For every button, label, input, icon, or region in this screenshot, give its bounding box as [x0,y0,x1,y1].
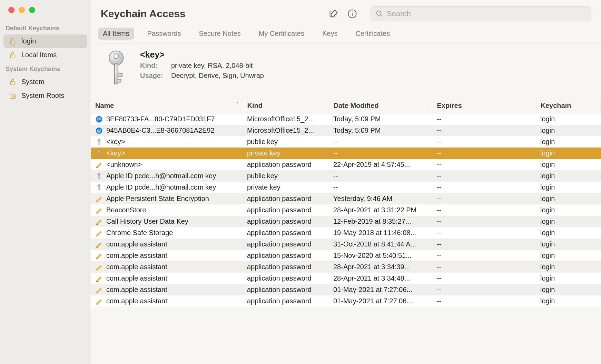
svg-rect-34 [99,175,99,179]
svg-point-70 [97,304,97,304]
svg-rect-14 [118,79,121,82]
cell-kind: public key [243,136,329,148]
cell-name: <key> [106,138,125,146]
sidebar-item-login[interactable]: login [3,34,87,48]
svg-point-65 [98,281,98,281]
sidebar-item-label: Local Items [21,51,57,59]
table-row[interactable]: <unknown>application password22-Apr-2019… [91,159,601,170]
table-row[interactable]: com.apple.assistantapplication password2… [91,261,601,273]
svg-rect-12 [115,64,118,84]
table-row[interactable]: com.apple.assistantapplication password3… [91,239,601,250]
svg-point-11 [114,54,119,59]
table-row[interactable]: Chrome Safe Storageapplication password1… [91,227,601,239]
table-row[interactable]: @3EF80733-FA...80-C79D1FD031F7MicrosoftO… [91,113,601,125]
svg-rect-40 [99,188,100,189]
table-row[interactable]: @945AB0E4-C3...E8-3667081A2E92MicrosoftO… [91,125,601,136]
cell-kind: MicrosoftOffice15_2... [243,113,329,125]
cell-date: 22-Apr-2019 at 4:57:45... [329,159,433,170]
table-row[interactable]: com.apple.assistantapplication password0… [91,284,601,295]
cell-kind: MicrosoftOffice15_2... [243,125,329,136]
column-header-keychain[interactable]: Keychain [536,98,601,113]
table-row[interactable]: com.apple.assistantapplication password0… [91,295,601,307]
search-icon [376,10,383,18]
minimize-button[interactable] [19,7,25,13]
cell-keychain: login [536,125,601,136]
cell-keychain: login [536,250,601,261]
key-icon [95,184,103,191]
table-row[interactable]: Apple ID pcde...h@hotmail.com keypublic … [91,170,601,182]
detail-kind-value: private key, RSA, 2,048-bit [171,62,253,70]
sidebar-item-system[interactable]: System [3,75,87,89]
cell-expires: -- [433,261,536,273]
sidebar-item-local-items[interactable]: Local Items [3,48,87,62]
unlock-icon [8,51,17,59]
cell-expires: -- [433,113,536,125]
cell-keychain: login [536,227,601,239]
detail-usage-value: Decrypt, Derive, Sign, Unwrap [171,72,264,80]
column-header-name[interactable]: Name ˄ [91,98,243,113]
cell-date: 15-Nov-2020 at 5:40:51... [329,250,433,261]
cell-expires: -- [433,216,536,227]
zoom-button[interactable] [29,7,35,13]
cell-name: Apple Persistent State Encryption [106,195,209,203]
compose-button[interactable] [327,7,340,20]
svg-point-31 [98,167,98,168]
filter-tab-my-certificates[interactable]: My Certificates [254,28,309,40]
table-row[interactable]: <key>private key----login [91,148,601,159]
table-row[interactable]: BeaconStoreapplication password28-Apr-20… [91,204,601,216]
svg-point-53 [98,235,98,236]
filter-tab-secure-notes[interactable]: Secure Notes [194,28,246,40]
svg-rect-39 [99,187,99,190]
table-row[interactable]: Apple ID pcde...h@hotmail.com keyprivate… [91,182,601,193]
cell-kind: application password [243,295,329,307]
cell-expires: -- [433,182,536,193]
cell-keychain: login [536,239,601,250]
cell-name: <unknown> [106,161,142,169]
cell-date: 01-May-2021 at 7:27:06... [329,295,433,307]
svg-rect-41 [99,189,100,190]
svg-point-57 [97,258,97,259]
table-row[interactable]: com.apple.assistantapplication password2… [91,273,601,284]
detail-panel: <key> Kind: private key, RSA, 2,048-bit … [91,43,601,98]
svg-point-58 [97,258,97,259]
items-table: Name ˄ Kind Date Modified Expires Keycha… [91,98,601,307]
table-row[interactable]: <key>public key----login [91,136,601,148]
window-title: Keychain Access [101,8,186,20]
filter-tab-passwords[interactable]: Passwords [142,28,186,40]
search-input[interactable] [387,9,586,18]
table-row[interactable]: Apple Persistent State Encryptionapplica… [91,193,601,204]
info-button[interactable] [346,7,359,20]
cell-expires: -- [433,204,536,216]
cell-keychain: login [536,148,601,159]
filter-tab-certificates[interactable]: Certificates [351,28,395,40]
sidebar-item-system-roots[interactable]: System Roots [3,89,87,102]
table-row[interactable]: com.apple.assistantapplication password1… [91,250,601,261]
filter-tab-all-items[interactable]: All Items [98,28,134,40]
cell-keychain: login [536,273,601,284]
table-row[interactable]: Call History User Data Keyapplication pa… [91,216,601,227]
column-header-date[interactable]: Date Modified [329,98,433,113]
svg-point-52 [97,235,97,236]
cell-date: Today, 5:09 PM [329,125,433,136]
search-field[interactable] [371,6,591,21]
column-header-expires[interactable]: Expires [433,98,536,113]
column-header-kind[interactable]: Kind [243,98,329,113]
cell-date: -- [329,170,433,182]
svg-point-66 [97,292,97,293]
pencil-icon [95,264,103,271]
filter-bar: All ItemsPasswordsSecure NotesMy Certifi… [91,26,601,43]
svg-rect-0 [11,41,15,44]
cell-date: 28-Apr-2021 at 3:34:39... [329,261,433,273]
close-button[interactable] [8,7,14,13]
pencil-icon [95,298,103,305]
svg-point-62 [98,270,98,270]
pencil-icon [95,230,103,236]
cell-kind: application password [243,273,329,284]
svg-point-44 [98,201,98,202]
svg-rect-28 [99,155,100,156]
filter-tab-keys[interactable]: Keys [317,28,342,40]
detail-title: <key> [140,50,264,60]
items-table-wrap[interactable]: Name ˄ Kind Date Modified Expires Keycha… [91,98,601,364]
cell-keychain: login [536,284,601,295]
sidebar-item-label: System Roots [21,92,64,100]
